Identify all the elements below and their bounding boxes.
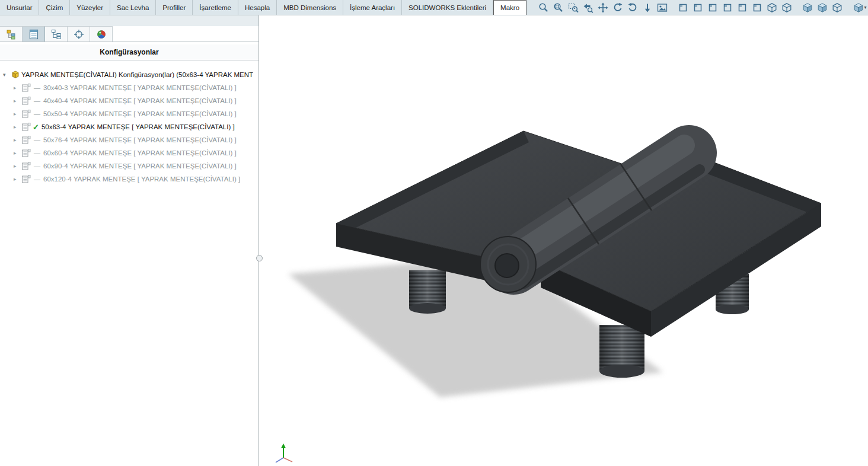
config-row[interactable]: ▸ — 60x120-4 YAPRAK MENTEŞE [ YAPRAK MEN…: [0, 173, 259, 186]
configuration-item-icon: [21, 83, 31, 92]
config-row[interactable]: ▸ — 40x40-4 YAPRAK MENTEŞE [ YAPRAK MENT…: [0, 94, 259, 107]
config-label: 60x120-4 YAPRAK MENTEŞE [ YAPRAK MENTEŞE…: [43, 175, 240, 183]
display-shaded-icon[interactable]: [815, 1, 829, 15]
inactive-dash-icon: —: [34, 110, 40, 117]
expand-arrow-icon[interactable]: ▸: [14, 150, 21, 156]
root-config-label: YAPRAK MENTEŞE(CİVATALI) Konfigürasyon(l…: [21, 71, 253, 78]
config-row[interactable]: ▸ — 50x50-4 YAPRAK MENTEŞE [ YAPRAK MENT…: [0, 107, 259, 120]
tab-configuration-manager[interactable]: [23, 26, 45, 42]
tab-makro[interactable]: Makro: [493, 0, 526, 15]
view-back-icon[interactable]: [691, 1, 705, 15]
configuration-tree: ▾ YAPRAK MENTEŞE(CİVATALI) Konfigürasyon…: [0, 60, 259, 186]
manager-tab-strip: [0, 26, 259, 42]
inactive-dash-icon: —: [34, 175, 40, 183]
display-manager-ball-icon: [96, 29, 107, 40]
configuration-item-icon: [21, 122, 31, 132]
dropdown-caret-icon[interactable]: ▾: [864, 5, 867, 10]
expand-arrow-icon[interactable]: ▸: [14, 85, 21, 91]
tab-unsurlar[interactable]: Unsurlar: [0, 0, 39, 15]
property-manager-icon: [51, 29, 62, 40]
config-label: 50x76-4 YAPRAK MENTEŞE [ YAPRAK MENTEŞE(…: [43, 136, 237, 143]
display-wireframe-icon[interactable]: [830, 1, 844, 15]
pan-icon[interactable]: [596, 1, 610, 15]
config-row[interactable]: ▸ — 60x60-4 YAPRAK MENTEŞE [ YAPRAK MENT…: [0, 146, 259, 159]
zoom-in-out-icon[interactable]: [537, 1, 551, 15]
view-front-icon[interactable]: [676, 1, 690, 15]
config-row[interactable]: ▸ — 50x76-4 YAPRAK MENTEŞE [ YAPRAK MENT…: [0, 133, 259, 146]
configuration-manager-icon: [28, 29, 39, 40]
expand-arrow-icon[interactable]: ▸: [14, 124, 21, 130]
configuration-item-icon: [21, 161, 31, 171]
expand-arrow-icon[interactable]: ▸: [14, 163, 21, 169]
bolt-front: [599, 325, 644, 378]
panel-splitter-grip[interactable]: [256, 255, 263, 261]
hinge-3d-model: [260, 15, 868, 466]
manager-panel: Konfigürasyonlar ▾ YAPRAK MENTEŞE(CİVATA…: [0, 15, 259, 466]
inactive-dash-icon: —: [34, 149, 40, 157]
origin-triad-icon: [276, 443, 292, 462]
view-left-icon[interactable]: [706, 1, 720, 15]
section-view-icon[interactable]: [655, 1, 669, 15]
active-config-check-icon: ✓: [33, 123, 39, 132]
tab-isleme-araclari[interactable]: İşleme Araçları: [343, 0, 402, 15]
view-right-icon[interactable]: [720, 1, 735, 15]
config-row-active[interactable]: ▸ ✓ 50x63-4 YAPRAK MENTEŞE [ YAPRAK MENT…: [0, 120, 259, 133]
tab-feature-manager[interactable]: [0, 26, 23, 42]
tab-property-manager[interactable]: [45, 26, 68, 42]
collapse-arrow-icon[interactable]: ▾: [3, 72, 11, 78]
configuration-item-icon: [21, 109, 31, 119]
configurations-root-row[interactable]: ▾ YAPRAK MENTEŞE(CİVATALI) Konfigürasyon…: [0, 68, 259, 81]
tab-cizim[interactable]: Çizim: [39, 0, 70, 15]
heads-up-toolbar: ▾ ▾ ▾: [537, 0, 868, 15]
inactive-dash-icon: —: [34, 136, 40, 143]
view-bottom-icon[interactable]: [750, 1, 764, 15]
display-shaded-edges-icon[interactable]: [800, 1, 815, 15]
view-top-icon[interactable]: [735, 1, 749, 15]
config-label: 60x90-4 YAPRAK MENTEŞE [ YAPRAK MENTEŞE(…: [43, 162, 237, 170]
feature-tree-icon: [6, 29, 17, 40]
config-label: 40x40-4 YAPRAK MENTEŞE [ YAPRAK MENTEŞE(…: [43, 97, 237, 104]
configuration-item-icon: [21, 148, 31, 158]
expand-arrow-icon[interactable]: ▸: [14, 98, 21, 104]
zoom-area-icon[interactable]: [566, 1, 580, 15]
panel-title: Konfigürasyonlar: [0, 44, 259, 60]
inactive-dash-icon: —: [34, 162, 40, 170]
inactive-dash-icon: —: [34, 84, 40, 91]
view-settings-icon[interactable]: ▾: [851, 1, 868, 15]
zoom-to-fit-icon[interactable]: [551, 1, 566, 15]
dimxpert-target-icon: [74, 29, 84, 40]
tab-mbd-dimensions[interactable]: MBD Dimensions: [277, 0, 343, 15]
expand-arrow-icon[interactable]: ▸: [14, 111, 21, 117]
rotate-ccw-icon[interactable]: [611, 1, 625, 15]
hinge-pin-endcap: [480, 237, 536, 292]
configuration-item-icon: [21, 96, 31, 106]
expand-arrow-icon[interactable]: ▸: [14, 137, 21, 143]
graphics-viewport[interactable]: [260, 15, 868, 466]
tab-profiller[interactable]: Profiller: [156, 0, 193, 15]
previous-view-icon[interactable]: [581, 1, 595, 15]
config-row[interactable]: ▸ — 30x40-3 YAPRAK MENTEŞE [ YAPRAK MENT…: [0, 81, 259, 94]
config-row[interactable]: ▸ — 60x90-4 YAPRAK MENTEŞE [ YAPRAK MENT…: [0, 159, 259, 173]
command-manager-tabs: Unsurlar Çizim Yüzeyler Sac Levha Profil…: [0, 0, 527, 15]
bolt-left: [409, 270, 446, 314]
command-tab-bar: Unsurlar Çizim Yüzeyler Sac Levha Profil…: [0, 0, 868, 15]
configuration-item-icon: [21, 135, 31, 145]
manager-tab-strip-filler: [113, 26, 259, 42]
tab-sac-levha[interactable]: Sac Levha: [110, 0, 156, 15]
tab-display-manager[interactable]: [90, 26, 113, 42]
view-isometric-icon[interactable]: [765, 1, 779, 15]
tab-isaretleme[interactable]: İşaretleme: [193, 0, 238, 15]
tab-yuzeyler[interactable]: Yüzeyler: [70, 0, 110, 15]
inactive-dash-icon: —: [34, 97, 40, 104]
configuration-item-icon: [21, 174, 31, 184]
expand-arrow-icon[interactable]: ▸: [14, 176, 21, 182]
tab-dimxpert-manager[interactable]: [68, 26, 90, 42]
tab-hesapla[interactable]: Hesapla: [238, 0, 277, 15]
config-label: 50x50-4 YAPRAK MENTEŞE [ YAPRAK MENTEŞE(…: [43, 110, 237, 117]
rotate-vertical-icon[interactable]: [640, 1, 655, 15]
view-orientation-icon[interactable]: [780, 1, 794, 15]
config-label: 50x63-4 YAPRAK MENTEŞE [ YAPRAK MENTEŞE(…: [42, 123, 235, 130]
tab-solidworks-eklentileri[interactable]: SOLIDWORKS Eklentileri: [402, 0, 493, 15]
panel-top-spacer: [0, 15, 259, 26]
rotate-cw-icon[interactable]: [626, 1, 640, 15]
